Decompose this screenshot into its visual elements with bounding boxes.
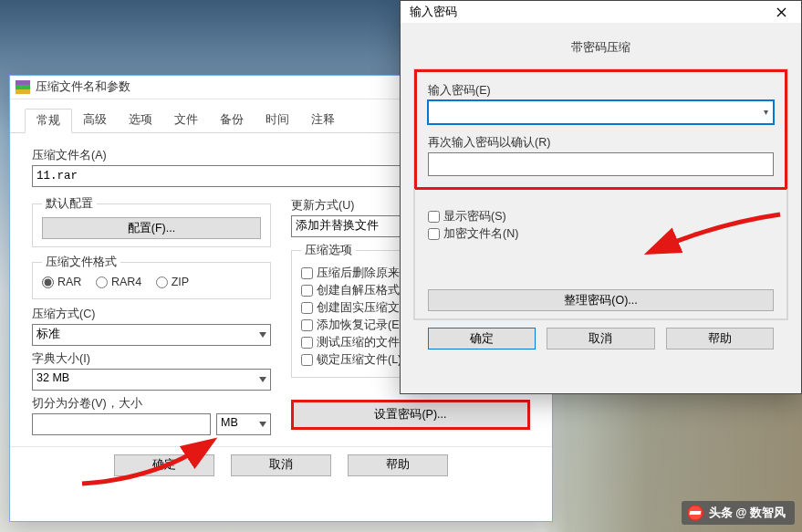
password-footer: 确定 取消 帮助 xyxy=(413,320,788,349)
toutiao-logo-icon xyxy=(687,505,703,521)
default-profile-legend: 默认配置 xyxy=(42,196,97,212)
close-icon xyxy=(776,7,786,17)
split-size-input[interactable] xyxy=(32,413,211,435)
tab-backup[interactable]: 备份 xyxy=(209,109,255,132)
archive-help-button[interactable]: 帮助 xyxy=(348,454,448,476)
split-unit-select[interactable]: MB xyxy=(216,413,271,435)
format-legend: 压缩文件格式 xyxy=(42,255,120,270)
reenter-password-input[interactable] xyxy=(428,152,774,176)
archive-title-text: 压缩文件名和参数 xyxy=(36,79,130,95)
tab-general[interactable]: 常规 xyxy=(25,109,72,133)
method-select[interactable]: 标准 xyxy=(32,324,271,346)
password-help-button[interactable]: 帮助 xyxy=(666,328,774,349)
password-cancel-button[interactable]: 取消 xyxy=(547,328,654,349)
password-title-text: 输入密码 xyxy=(410,5,457,20)
enter-password-label: 输入密码(E) xyxy=(428,83,774,99)
split-label: 切分为分卷(V)，大小 xyxy=(32,396,271,412)
tab-comment[interactable]: 注释 xyxy=(300,109,346,132)
tab-options[interactable]: 选项 xyxy=(118,109,163,132)
dict-label: 字典大小(I) xyxy=(32,351,271,367)
tab-time[interactable]: 时间 xyxy=(255,109,300,132)
watermark-text: 头条 @ 数智风 xyxy=(709,506,786,521)
format-group: 压缩文件格式 RAR RAR4 ZIP xyxy=(32,255,271,299)
dict-select[interactable]: 32 MB xyxy=(32,369,271,391)
method-label: 压缩方式(C) xyxy=(32,307,271,322)
compress-options-legend: 压缩选项 xyxy=(301,243,356,258)
tab-files[interactable]: 文件 xyxy=(163,109,209,132)
archive-footer: 确定 取消 帮助 xyxy=(10,446,552,484)
password-subtitle: 带密码压缩 xyxy=(413,32,788,68)
radio-rar4[interactable]: RAR4 xyxy=(96,276,141,288)
reenter-password-label: 再次输入密码以确认(R) xyxy=(428,135,774,151)
archive-ok-button[interactable]: 确定 xyxy=(114,454,214,476)
winrar-icon xyxy=(16,80,30,95)
tab-advanced[interactable]: 高级 xyxy=(72,109,118,132)
password-ok-button[interactable]: 确定 xyxy=(428,328,536,349)
enter-password-input[interactable] xyxy=(428,100,774,124)
password-fields-highlight: 输入密码(E) ▾ 再次输入密码以确认(R) xyxy=(414,69,787,190)
password-dialog: 输入密码 带密码压缩 输入密码(E) ▾ 再次输入密码以确认(R) 显示密码(S… xyxy=(400,0,802,394)
set-password-button[interactable]: 设置密码(P)... xyxy=(291,400,530,430)
close-button[interactable] xyxy=(765,1,797,23)
check-show-password[interactable]: 显示密码(S) xyxy=(428,209,774,224)
watermark: 头条 @ 数智风 xyxy=(682,501,795,525)
radio-zip[interactable]: ZIP xyxy=(156,276,189,288)
radio-rar[interactable]: RAR xyxy=(42,276,81,288)
organize-passwords-button[interactable]: 整理密码(O)... xyxy=(428,289,774,311)
password-titlebar: 输入密码 xyxy=(401,1,801,23)
archive-cancel-button[interactable]: 取消 xyxy=(231,454,331,476)
profile-button[interactable]: 配置(F)... xyxy=(42,217,261,239)
default-profile-group: 默认配置 配置(F)... xyxy=(32,196,271,247)
check-encrypt-filenames[interactable]: 加密文件名(N) xyxy=(428,226,774,242)
